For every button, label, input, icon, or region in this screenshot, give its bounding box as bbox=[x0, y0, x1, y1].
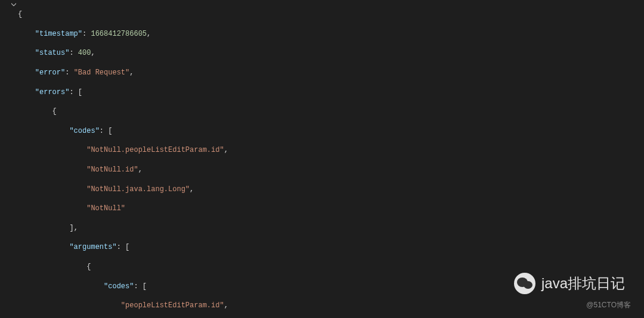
json-string: "NotNull.peopleListEditParam.id" bbox=[86, 146, 224, 154]
fold-chevron-icon[interactable] bbox=[11, 1, 17, 7]
json-key: "status" bbox=[35, 49, 70, 57]
watermark: java排坑日记 bbox=[512, 270, 625, 297]
json-key: "error" bbox=[35, 68, 65, 77]
json-number: 1668412786605 bbox=[91, 30, 147, 38]
json-string: "peopleListEditParam.id" bbox=[121, 301, 224, 310]
brace: { bbox=[18, 10, 22, 18]
line-number-gutter bbox=[0, 0, 11, 318]
json-key: "codes" bbox=[69, 127, 99, 135]
wechat-icon bbox=[512, 270, 538, 297]
json-number: 400 bbox=[78, 49, 91, 57]
json-key: "codes" bbox=[104, 282, 134, 291]
json-string: "NotNull.java.lang.Long" bbox=[86, 185, 190, 194]
json-key: "timestamp" bbox=[35, 30, 82, 38]
json-string: "Bad Request" bbox=[74, 68, 130, 77]
signature-text: @51CTO博客 bbox=[586, 300, 631, 310]
watermark-text: java排坑日记 bbox=[541, 279, 625, 288]
json-string: "NotNull.id" bbox=[86, 166, 138, 174]
json-string: "NotNull" bbox=[86, 204, 125, 213]
json-key: "arguments" bbox=[69, 243, 116, 251]
json-key: "errors" bbox=[35, 88, 70, 96]
